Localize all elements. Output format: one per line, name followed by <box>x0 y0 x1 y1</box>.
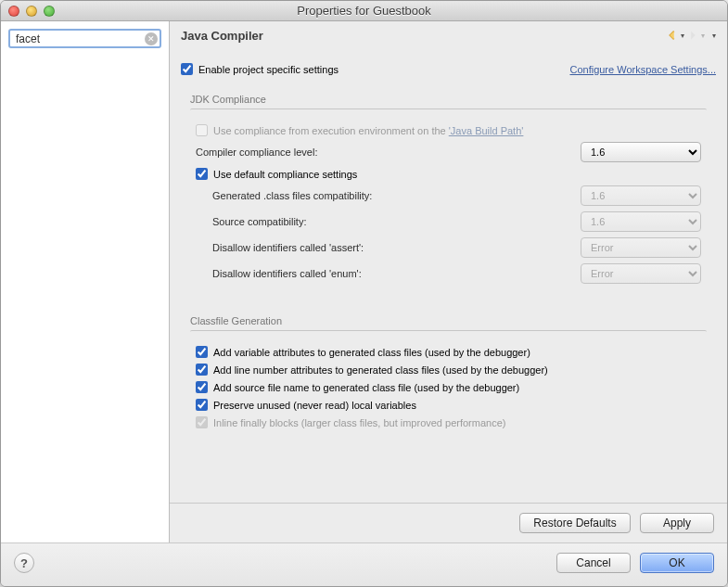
add-variable-label: Add variable attributes to generated cla… <box>213 347 530 358</box>
clear-search-icon[interactable]: ✕ <box>145 32 158 45</box>
compliance-level-label: Compiler compliance level: <box>196 147 317 158</box>
enable-project-specific-label: Enable project specific settings <box>198 64 338 75</box>
titlebar: Properties for Guestbook <box>1 1 727 21</box>
properties-dialog: Properties for Guestbook ✕ Java Compiler… <box>0 0 728 587</box>
disallow-assert-label: Disallow identifiers called 'assert': <box>196 242 364 253</box>
back-icon[interactable] <box>666 29 679 42</box>
disallow-enum-label: Disallow identifiers called 'enum': <box>196 268 362 279</box>
configure-workspace-link[interactable]: Configure Workspace Settings... <box>569 64 716 75</box>
add-source-file-label: Add source file name to generated class … <box>213 382 519 393</box>
apply-button[interactable]: Apply <box>640 513 714 533</box>
enable-project-specific-checkbox[interactable] <box>181 63 193 75</box>
preserve-unused-label: Preserve unused (never read) local varia… <box>213 400 416 411</box>
window-title: Properties for Guestbook <box>1 4 727 18</box>
help-icon[interactable]: ? <box>14 553 34 573</box>
use-exec-env-label: Use compliance from execution environmen… <box>213 125 523 136</box>
sidebar: ✕ <box>1 21 170 542</box>
add-line-number-checkbox[interactable] <box>196 364 208 376</box>
source-compat-label: Source compatibility: <box>196 216 307 227</box>
forward-menu-icon: ▾ <box>701 32 705 40</box>
use-default-compliance-checkbox[interactable] <box>196 168 208 180</box>
source-compat-select: 1.6 <box>581 211 701 232</box>
inline-finally-checkbox <box>196 416 208 428</box>
restore-defaults-button[interactable]: Restore Defaults <box>519 513 631 533</box>
filter-input[interactable] <box>8 29 161 48</box>
inline-finally-label: Inline finally blocks (larger class file… <box>213 417 505 428</box>
enable-project-specific[interactable]: Enable project specific settings <box>181 63 338 75</box>
jdk-compliance-title: JDK Compliance <box>190 94 707 108</box>
view-menu-icon[interactable]: ▾ <box>712 32 716 40</box>
forward-icon <box>686 29 699 42</box>
java-build-path-link[interactable]: 'Java Build Path' <box>449 125 524 136</box>
add-source-file-checkbox[interactable] <box>196 381 208 393</box>
add-variable-checkbox[interactable] <box>196 346 208 358</box>
generated-compat-select: 1.6 <box>581 185 701 206</box>
use-exec-env-checkbox <box>196 124 208 136</box>
generated-compat-label: Generated .class files compatibility: <box>196 190 372 201</box>
add-line-number-label: Add line number attributes to generated … <box>213 364 548 376</box>
cancel-button[interactable]: Cancel <box>556 553 631 573</box>
use-default-compliance-label: Use default compliance settings <box>213 169 357 180</box>
disallow-assert-select: Error <box>581 237 701 258</box>
disallow-enum-select: Error <box>581 263 701 284</box>
preserve-unused-checkbox[interactable] <box>196 399 208 411</box>
ok-button[interactable]: OK <box>640 553 714 573</box>
back-menu-icon[interactable]: ▾ <box>681 32 684 40</box>
classfile-title: Classfile Generation <box>190 315 707 330</box>
page-title: Java Compiler <box>181 29 263 43</box>
compliance-level-select[interactable]: 1.6 <box>581 142 701 162</box>
